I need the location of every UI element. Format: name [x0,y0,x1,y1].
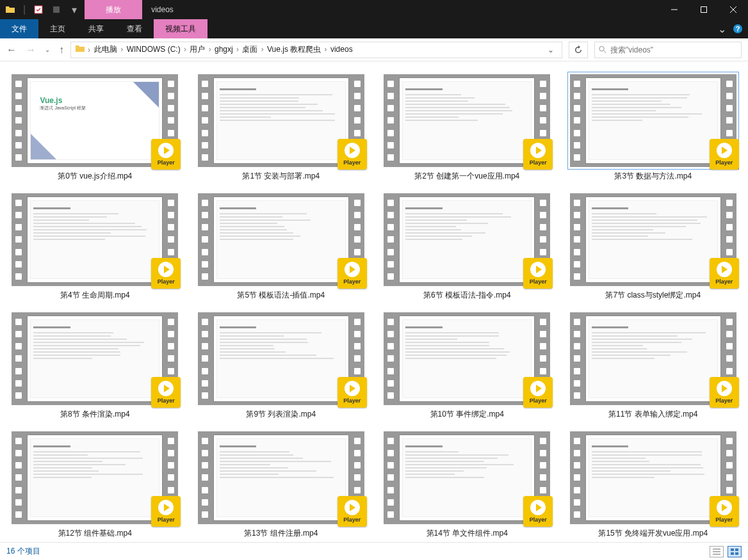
file-name-label: 第15节 免终端开发vue应用.mp4 [598,528,708,539]
file-name-label: 第10节 事件绑定.mp4 [430,409,504,420]
help-icon[interactable]: ? [733,24,743,34]
properties-icon[interactable] [33,4,44,15]
video-thumbnail[interactable]: Player [384,312,550,405]
pin-icon[interactable] [51,4,61,15]
status-bar: 16 个项目 [0,542,748,560]
chevron-right-icon[interactable]: › [206,45,213,54]
video-thumbnail[interactable]: Player [198,312,364,405]
svg-rect-1 [53,6,60,13]
file-item[interactable]: Player第11节 表单输入绑定.mp4 [570,312,737,420]
up-button[interactable]: ↑ [59,44,64,56]
back-button[interactable]: ← [6,44,17,56]
tab-video-tools[interactable]: 视频工具 [154,19,207,38]
video-thumbnail[interactable]: Player [12,312,178,405]
video-thumbnail[interactable]: Player [570,312,736,405]
breadcrumb-item[interactable]: 桌面 [241,45,259,54]
video-thumbnail[interactable]: Player [198,74,364,167]
chevron-right-icon[interactable]: › [182,45,189,54]
file-item[interactable]: Player第10节 事件绑定.mp4 [384,312,551,420]
file-item[interactable]: Player第14节 单文件组件.mp4 [384,431,551,539]
breadcrumb[interactable]: › 此电脑 › WINDOWS (C:) › 用户 › ghgxj › 桌面 ›… [70,42,562,58]
maximize-button[interactable] [689,0,719,19]
refresh-button[interactable] [569,42,588,58]
tab-share[interactable]: 共享 [77,19,115,38]
breadcrumb-item[interactable]: Vue.js 教程爬虫 [266,45,322,54]
file-name-label: 第8节 条件渲染.mp4 [60,409,130,420]
video-thumbnail[interactable]: Player [12,431,178,524]
svg-text:?: ? [736,25,740,33]
search-input[interactable] [610,45,737,54]
content-area: Vue.js渐进式 JavaScript 框架Player第0节 vue.js介… [0,61,748,542]
video-thumbnail[interactable]: Player [384,193,550,286]
breadcrumb-item[interactable]: videos [329,45,354,54]
video-thumbnail[interactable]: Player [198,193,364,286]
chevron-right-icon[interactable]: › [234,45,241,54]
item-count-label: 16 个项目 [6,546,40,557]
file-item[interactable]: Player第4节 生命周期.mp4 [12,193,179,301]
file-item[interactable]: Vue.js渐进式 JavaScript 框架Player第0节 vue.js介… [12,74,179,182]
close-button[interactable] [719,0,748,19]
file-item[interactable]: Player第15节 免终端开发vue应用.mp4 [570,431,737,539]
video-thumbnail[interactable]: Player [570,193,736,286]
forward-button[interactable]: → [26,44,36,56]
breadcrumb-item[interactable]: WINDOWS (C:) [126,45,182,54]
file-item[interactable]: Player第13节 组件注册.mp4 [198,431,365,539]
breadcrumb-item[interactable]: ghgxj [213,45,234,54]
file-name-label: 第7节 class与style绑定.mp4 [605,290,701,301]
file-item[interactable]: Player第3节 数据与方法.mp4 [570,74,737,182]
file-item[interactable]: Player第1节 安装与部署.mp4 [198,74,365,182]
player-badge-icon: Player [710,139,739,170]
chevron-down-icon[interactable]: ⌄ [544,45,558,54]
history-dropdown-icon[interactable]: ⌄ [45,46,50,53]
file-name-label: 第6节 模板语法-指令.mp4 [423,290,511,301]
file-item[interactable]: Player第5节 模板语法-插值.mp4 [198,193,365,301]
file-name-label: 第5节 模板语法-插值.mp4 [237,290,325,301]
chevron-right-icon[interactable]: › [118,45,126,54]
tab-file[interactable]: 文件 [0,19,38,38]
chevron-right-icon[interactable]: › [88,45,90,54]
file-name-label: 第12节 组件基础.mp4 [58,528,132,539]
folder-icon[interactable] [5,4,15,15]
file-item[interactable]: Player第7节 class与style绑定.mp4 [570,193,737,301]
separator: | [23,4,26,15]
chevron-right-icon[interactable]: › [322,45,329,54]
file-item[interactable]: Player第8节 条件渲染.mp4 [12,312,179,420]
details-view-button[interactable] [710,546,724,557]
file-item[interactable]: Player第9节 列表渲染.mp4 [198,312,365,420]
breadcrumb-item[interactable]: 用户 [188,45,206,54]
tab-home[interactable]: 主页 [38,19,77,38]
svg-point-8 [599,46,604,51]
file-name-label: 第13节 组件注册.mp4 [244,528,318,539]
tab-view[interactable]: 查看 [115,19,154,38]
video-thumbnail[interactable]: Player [384,431,550,524]
player-badge-icon: Player [151,377,181,408]
breadcrumb-item[interactable]: 此电脑 [93,45,118,54]
chevron-right-icon[interactable]: › [259,45,266,54]
file-name-label: 第14节 单文件组件.mp4 [427,528,508,539]
file-item[interactable]: Player第2节 创建第一个vue应用.mp4 [384,74,551,182]
player-badge-icon: Player [337,496,367,527]
ribbon-expand-icon[interactable]: ⌄ [718,23,726,35]
player-badge-icon: Player [523,496,553,527]
video-thumbnail[interactable]: Player [570,74,736,167]
thumbnails-view-button[interactable] [728,546,742,557]
video-thumbnail[interactable]: Player [12,193,178,286]
svg-rect-3 [701,7,707,13]
player-badge-icon: Player [523,377,553,408]
contextual-tab-label: 播放 [85,0,142,19]
expand-icon[interactable]: ▾ [69,4,79,15]
video-thumbnail[interactable]: Vue.js渐进式 JavaScript 框架Player [12,74,178,167]
player-badge-icon: Player [151,139,181,170]
search-box[interactable] [594,42,742,58]
minimize-button[interactable] [660,0,689,19]
player-badge-icon: Player [151,258,181,289]
file-item[interactable]: Player第12节 组件基础.mp4 [12,431,179,539]
player-badge-icon: Player [523,258,553,289]
file-item[interactable]: Player第6节 模板语法-指令.mp4 [384,193,551,301]
video-thumbnail[interactable]: Player [570,431,736,524]
video-thumbnail[interactable]: Player [198,431,364,524]
title-center: 播放 videos [85,0,183,19]
file-name-label: 第11节 表单输入绑定.mp4 [608,409,697,420]
file-name-label: 第9节 列表渲染.mp4 [246,409,316,420]
video-thumbnail[interactable]: Player [384,74,550,167]
